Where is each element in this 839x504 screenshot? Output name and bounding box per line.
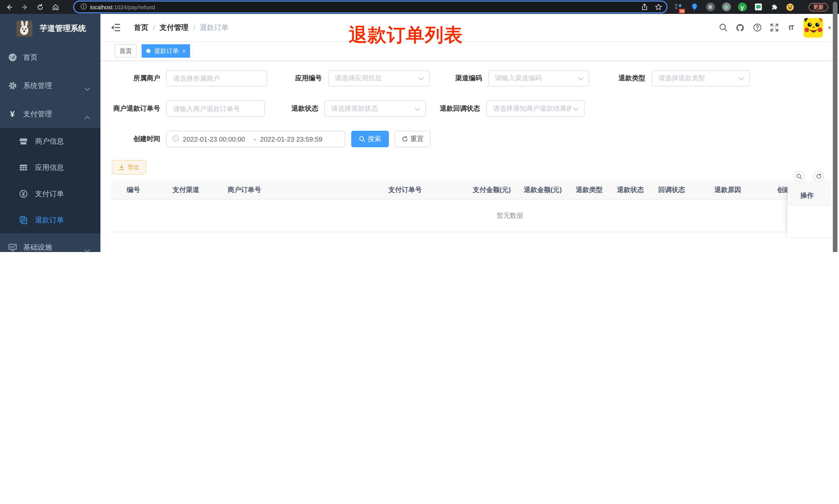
sidebar-item-label: 系统管理 — [23, 81, 52, 90]
sidebar-item-pay-order[interactable]: 支付订单 — [0, 181, 101, 207]
sidebar-item-label: 退款订单 — [35, 215, 64, 225]
extension-chat-icon[interactable] — [753, 2, 763, 12]
fullscreen-icon[interactable] — [769, 23, 779, 32]
close-icon[interactable]: × — [182, 48, 186, 54]
avatar-caret-icon[interactable]: ▼ — [827, 25, 832, 30]
search-button[interactable]: 搜索 — [351, 131, 389, 147]
create-time-range-picker[interactable]: 2022-01-23 00:00:00 - 2022-01-23 23:59:5… — [166, 131, 345, 147]
extension-balloon-icon[interactable] — [690, 2, 699, 12]
select-placeholder: 请选择退款类型 — [658, 74, 736, 83]
table-header-id: 编号 — [111, 185, 167, 195]
sidebar-item-app-info[interactable]: 应用信息 — [0, 155, 101, 181]
breadcrumb-home[interactable]: 首页 — [134, 23, 148, 32]
reset-button[interactable]: 重置 — [394, 131, 431, 147]
refund-type-label: 退款类型 — [589, 74, 651, 83]
merchant-input[interactable] — [166, 70, 267, 87]
top-navbar: 首页 / 支付管理 / 退款订单 退款订单列表 — [101, 14, 839, 42]
breadcrumb-separator: / — [153, 23, 155, 32]
extension-emoji-icon[interactable] — [785, 2, 795, 12]
sidebar-item-merchant-info[interactable]: 商户信息 — [0, 128, 101, 155]
date-start-value: 2022-01-23 00:00:00 — [183, 135, 250, 143]
table-header-refund-status: 退款状态 — [612, 185, 653, 195]
browser-reload-button[interactable] — [36, 3, 44, 11]
sidebar-item-payment[interactable]: ¥ 支付管理 — [0, 100, 101, 128]
app-window: 芋道管理系统 首页 系统管理 ¥ 支付管理 — [0, 14, 839, 252]
select-placeholder: 请选择通知商户退款结果的 — [493, 104, 571, 113]
sidebar-item-label: 应用信息 — [35, 163, 64, 172]
app-no-select[interactable]: 请选择应用信息 — [328, 70, 430, 87]
address-bar[interactable]: localhost:1024/pay/refund — [74, 2, 666, 12]
sidebar-item-system[interactable]: 系统管理 — [0, 72, 101, 100]
fixed-operation-column: 操作 — [787, 186, 831, 238]
extension-recorder-icon[interactable] — [721, 2, 731, 12]
extension-puzzle-icon[interactable] — [769, 2, 779, 12]
channel-select[interactable]: 请输入渠道编码 — [488, 70, 589, 87]
sidebar: 芋道管理系统 首页 系统管理 ¥ 支付管理 — [0, 14, 101, 252]
table-header-refund-amount: 退款金额(元) — [519, 185, 571, 195]
app-title: 芋道管理系统 — [40, 24, 86, 34]
tab-label: 退款订单 — [154, 47, 179, 55]
filter-row-2: 商户退款订单号 退款状态 请选择退款状态 退款回调状态 请选择通知商户退款结果的 — [101, 101, 839, 117]
clock-icon — [172, 134, 179, 143]
breadcrumb-current: 退款订单 — [200, 23, 229, 32]
browser-home-button[interactable] — [52, 3, 60, 11]
channel-label: 渠道编码 — [430, 74, 488, 83]
export-button[interactable]: 导出 — [112, 160, 146, 175]
operation-column-body — [787, 205, 831, 238]
site-info-icon[interactable] — [81, 2, 87, 12]
toggle-search-button[interactable] — [794, 171, 804, 182]
browser-forward-button[interactable] — [21, 3, 29, 11]
date-range-separator: - — [250, 135, 260, 143]
chevron-up-icon — [85, 112, 90, 121]
chrome-update-button[interactable]: 更新 — [809, 3, 828, 11]
chevron-down-icon — [573, 105, 579, 112]
refund-status-select[interactable]: 请选择退款状态 — [324, 101, 426, 117]
create-time-label: 创建时间 — [111, 134, 166, 144]
extension-tabs-icon[interactable]: 10 — [674, 2, 683, 12]
table-header-pay-channel: 支付渠道 — [167, 185, 222, 195]
bookmark-star-icon[interactable] — [655, 3, 662, 11]
refresh-table-button[interactable] — [813, 171, 824, 182]
sidebar-item-refund-order[interactable]: 退款订单 — [0, 207, 101, 233]
tags-view-bar: 首页 退款订单 × — [101, 42, 839, 61]
app-logo: 芋道管理系统 — [0, 14, 101, 43]
main-area: 首页 / 支付管理 / 退款订单 退款订单列表 — [101, 14, 839, 252]
merchant-refund-no-label: 商户退款订单号 — [111, 104, 166, 113]
browser-back-button[interactable] — [5, 3, 13, 11]
extensions-area: 10 ⌘ y 更新 ⋮ — [674, 2, 834, 12]
tab-home[interactable]: 首页 — [115, 44, 137, 58]
github-icon[interactable] — [735, 23, 745, 32]
table-header-callback-status: 回调状态 — [653, 185, 709, 195]
merchant-refund-no-input[interactable] — [166, 101, 265, 117]
help-icon[interactable] — [752, 23, 762, 32]
user-avatar[interactable] — [803, 18, 823, 37]
table-body: 暂无数据 — [111, 200, 831, 232]
table-header-pay-amount: 支付金额(元) — [468, 185, 519, 195]
extension-command-icon[interactable]: ⌘ — [706, 2, 715, 12]
sidebar-item-home[interactable]: 首页 — [0, 43, 101, 72]
sidebar-item-infra[interactable]: 基础设施 — [0, 233, 101, 252]
refund-status-label: 退款状态 — [265, 104, 324, 113]
yen-icon: ¥ — [8, 109, 17, 119]
filter-row-3: 创建时间 2022-01-23 00:00:00 - 2022-01-23 23… — [101, 131, 839, 147]
refund-type-select[interactable]: 请选择退款类型 — [651, 70, 750, 87]
sidebar-item-label: 基础设施 — [23, 243, 52, 252]
yen-circle-icon — [19, 190, 28, 198]
sidebar-fold-icon[interactable] — [111, 23, 121, 32]
share-icon[interactable] — [641, 3, 648, 11]
search-icon[interactable] — [718, 23, 728, 32]
breadcrumb-payment[interactable]: 支付管理 — [160, 23, 189, 32]
extension-y-icon[interactable]: y — [737, 2, 747, 12]
tab-refund-order[interactable]: 退款订单 × — [142, 44, 190, 58]
navbar-actions: tT ▼ — [711, 18, 839, 37]
font-size-icon[interactable]: tT — [786, 23, 796, 32]
search-button-label: 搜索 — [368, 134, 381, 144]
url-text[interactable]: localhost:1024/pay/refund — [90, 4, 635, 10]
callback-status-label: 退款回调状态 — [426, 104, 486, 113]
page-scrollbar[interactable] — [833, 2, 837, 252]
document-copy-icon — [19, 216, 28, 224]
table-header-merchant-order-no: 商户订单号 — [222, 185, 383, 195]
callback-status-select[interactable]: 请选择通知商户退款结果的 — [486, 101, 585, 117]
page-title-annotation: 退款订单列表 — [349, 23, 463, 48]
chevron-down-icon — [85, 245, 90, 252]
